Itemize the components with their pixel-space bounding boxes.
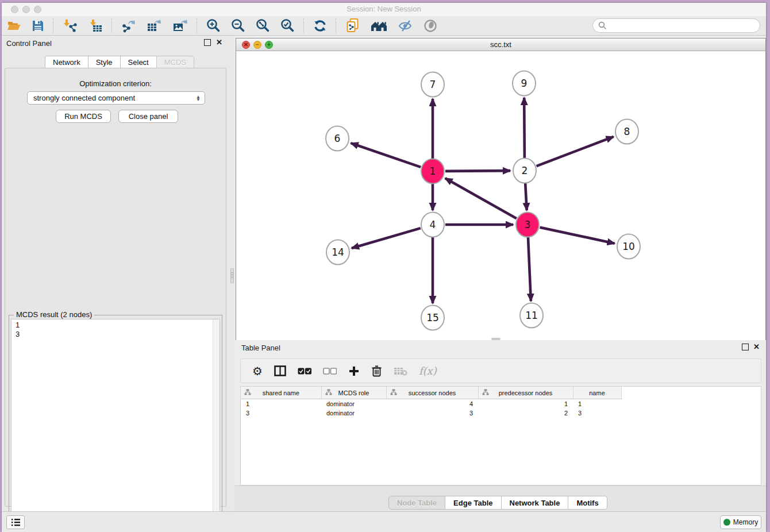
- cell-shared-name[interactable]: 1: [241, 399, 321, 409]
- task-history-button[interactable]: [6, 515, 25, 529]
- cell-predecessor-nodes[interactable]: 1: [478, 399, 573, 409]
- open-session-button[interactable]: [2, 17, 26, 34]
- tab-mcds[interactable]: MCDS: [156, 56, 194, 68]
- save-session-button[interactable]: [26, 17, 49, 34]
- node-15[interactable]: 15: [421, 306, 444, 330]
- create-column-button[interactable]: [342, 361, 365, 381]
- export-image-button[interactable]: [167, 17, 193, 34]
- node-label: 9: [521, 78, 528, 89]
- edge-4-14[interactable]: [352, 228, 421, 248]
- select-all-columns-button[interactable]: [292, 361, 317, 381]
- node-table[interactable]: shared nameMCDS rolesuccessor nodesprede…: [241, 387, 622, 418]
- cell-successor-nodes[interactable]: 3: [386, 408, 478, 418]
- node-11[interactable]: 11: [520, 303, 543, 328]
- cell-MCDS-role[interactable]: dominator: [321, 408, 386, 418]
- cell-successor-nodes[interactable]: 4: [386, 399, 478, 409]
- column-header-predecessor-nodes[interactable]: predecessor nodes: [478, 387, 573, 399]
- node-table-container[interactable]: shared nameMCDS rolesuccessor nodesprede…: [240, 386, 761, 485]
- zoom-out-icon: [231, 18, 245, 33]
- node-8[interactable]: 8: [615, 119, 638, 144]
- cell-name[interactable]: 1: [573, 399, 621, 409]
- eye-icon: [424, 19, 437, 33]
- hide-graphics-button[interactable]: [393, 17, 418, 34]
- node-label: 10: [622, 241, 635, 252]
- result-scrollbar[interactable]: [213, 319, 220, 532]
- delete-table-button[interactable]: [388, 361, 413, 381]
- import-table-button[interactable]: [83, 17, 108, 34]
- show-columns-button[interactable]: [268, 361, 292, 381]
- table-settings-button[interactable]: ⚙: [247, 361, 268, 381]
- chevron-up-down-icon: ▲▼: [196, 95, 201, 101]
- export-network-button[interactable]: [116, 17, 141, 34]
- node-10[interactable]: 10: [617, 234, 640, 259]
- table-row[interactable]: 1dominator411: [241, 399, 621, 409]
- vertical-splitter[interactable]: [230, 36, 234, 511]
- tab-edge-table[interactable]: Edge Table: [445, 496, 501, 510]
- zoom-out-button[interactable]: [226, 17, 251, 34]
- network-window-titlebar[interactable]: ✕ − + scc.txt: [236, 38, 765, 51]
- zoom-in-button[interactable]: [201, 17, 226, 34]
- edge-3-11[interactable]: [528, 237, 531, 301]
- edge-3-1[interactable]: [445, 178, 517, 218]
- cell-shared-name[interactable]: 3: [241, 408, 321, 418]
- trash-icon: [371, 365, 382, 377]
- tab-motifs[interactable]: Motifs: [568, 496, 607, 510]
- search-field[interactable]: [592, 18, 760, 33]
- splitter-grip[interactable]: [230, 268, 234, 283]
- edge-2-8[interactable]: [537, 137, 614, 166]
- cell-predecessor-nodes[interactable]: 2: [478, 408, 573, 418]
- node-14[interactable]: 14: [326, 240, 349, 265]
- clone-network-icon: [345, 18, 360, 33]
- close-table-panel-icon[interactable]: ✕: [753, 344, 760, 350]
- tab-node-table[interactable]: Node Table: [388, 496, 445, 510]
- column-header-successor-nodes[interactable]: successor nodes: [386, 387, 478, 399]
- tab-style[interactable]: Style: [88, 56, 121, 68]
- node-9[interactable]: 9: [513, 71, 536, 96]
- node-label: 6: [334, 133, 341, 144]
- memory-button[interactable]: Memory: [720, 515, 761, 529]
- column-header-shared-name[interactable]: shared name: [241, 387, 321, 399]
- network-graph[interactable]: 7968124314101511: [236, 51, 765, 341]
- edge-1-6[interactable]: [351, 143, 421, 167]
- deselect-all-columns-button[interactable]: [317, 361, 342, 381]
- column-header-MCDS-role[interactable]: MCDS role: [321, 387, 386, 399]
- node-2[interactable]: 2: [513, 159, 536, 183]
- tab-network-table[interactable]: Network Table: [501, 496, 569, 510]
- node-1[interactable]: 1: [421, 159, 444, 184]
- run-mcds-button[interactable]: Run MCDS: [56, 110, 111, 123]
- edge-3-10[interactable]: [540, 228, 615, 244]
- search-input[interactable]: [609, 20, 760, 32]
- cell-name[interactable]: 3: [573, 408, 621, 418]
- node-4[interactable]: 4: [421, 213, 444, 237]
- close-panel-icon[interactable]: ✕: [216, 39, 223, 46]
- close-panel-button[interactable]: Close panel: [118, 110, 178, 123]
- float-table-panel-icon[interactable]: [742, 344, 749, 350]
- function-builder-button[interactable]: f(x): [413, 361, 442, 381]
- node-7[interactable]: 7: [421, 72, 444, 97]
- mcds-result-area[interactable]: 1 3: [11, 319, 220, 532]
- tab-select[interactable]: Select: [120, 56, 157, 68]
- zoom-selected-button[interactable]: [275, 17, 300, 34]
- show-graphics-button[interactable]: [418, 17, 442, 34]
- zoom-fit-button[interactable]: [251, 17, 275, 34]
- import-network-button[interactable]: [57, 17, 83, 34]
- table-panel-title: Table Panel: [241, 344, 280, 352]
- cell-MCDS-role[interactable]: dominator: [321, 399, 386, 409]
- toolbar-separator: [53, 18, 54, 33]
- table-row[interactable]: 3dominator323: [241, 408, 621, 418]
- export-table-button[interactable]: [141, 17, 167, 34]
- network-canvas[interactable]: 7968124314101511: [236, 51, 765, 341]
- delete-column-button[interactable]: [365, 361, 388, 381]
- node-6[interactable]: 6: [326, 126, 349, 151]
- tab-network[interactable]: Network: [45, 56, 88, 68]
- column-header-name[interactable]: name: [573, 387, 621, 399]
- clone-network-button[interactable]: [340, 17, 365, 34]
- apply-layout-button[interactable]: [308, 17, 332, 34]
- edge-1-2[interactable]: [445, 171, 510, 171]
- optimization-criterion-select[interactable]: strongly connected component ▲▼: [27, 91, 205, 105]
- node-3[interactable]: 3: [516, 213, 539, 237]
- edge-2-9[interactable]: [524, 98, 525, 158]
- float-panel-icon[interactable]: [204, 39, 211, 46]
- home-view-button[interactable]: [365, 17, 393, 34]
- edge-2-3[interactable]: [525, 183, 527, 210]
